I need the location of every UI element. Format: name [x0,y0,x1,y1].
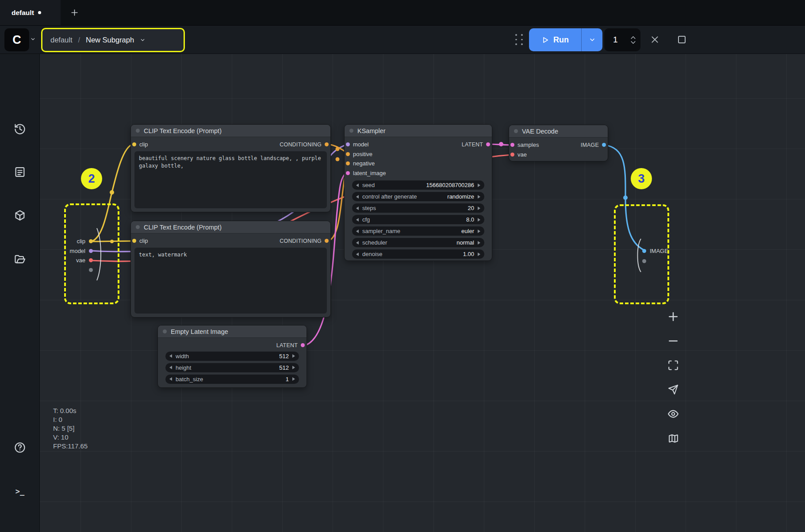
increment-icon[interactable] [478,184,480,187]
slot-dot-conditioning[interactable] [325,142,329,146]
increment-icon[interactable] [292,366,295,369]
sidebar-item-terminal[interactable]: >_ [10,482,30,501]
node-header[interactable]: CLIP Text Encode (Prompt) [131,221,330,233]
select-mode-button[interactable] [663,380,683,399]
input-slot-negative[interactable]: negative [346,159,386,168]
widget-scheduler[interactable]: scheduler normal [352,238,484,247]
output-slot-latent[interactable]: LATENT [462,140,490,149]
increment-icon[interactable] [478,241,480,245]
node-ksampler[interactable]: KSampler model positive negative lat [344,124,492,261]
sidebar-item-open[interactable] [10,249,30,269]
decrement-icon[interactable] [356,218,359,222]
widget-denoise[interactable]: denoise 1.00 [352,249,484,259]
slot-dot-clip[interactable] [132,142,136,146]
input-slot-vae[interactable]: vae [510,150,539,160]
slot-dot-model[interactable] [346,142,350,146]
breadcrumb-root[interactable]: default [50,36,73,44]
slot-dot-conditioning[interactable] [346,152,350,156]
prompt-textarea[interactable]: beautiful scenery nature glass bottle la… [134,151,327,208]
sidebar-item-history[interactable] [10,119,30,139]
increment-icon[interactable] [478,218,480,222]
node-empty-latent-image[interactable]: Empty Latent Image LATENT width 512 heig… [157,325,307,388]
chevron-up-icon[interactable] [630,36,636,39]
decrement-icon[interactable] [356,230,359,233]
node-header[interactable]: VAE Decode [509,125,608,138]
breadcrumb-current-subgraph[interactable]: New Subgraph [86,36,134,44]
decrement-icon[interactable] [356,253,359,256]
decrement-icon[interactable] [356,241,359,245]
workflow-tab-default[interactable]: default [0,0,61,25]
slot-dot-vae[interactable] [510,153,514,157]
slot-dot-latent[interactable] [346,171,350,175]
collapse-dot[interactable] [136,225,140,229]
input-slot-model[interactable]: model [346,140,386,149]
prompt-textarea[interactable]: text, watermark [134,248,327,314]
input-slot-latent-image[interactable]: latent_image [346,168,386,178]
input-slot-samples[interactable]: samples [510,140,539,150]
decrement-icon[interactable] [356,207,359,210]
slot-dot-clip[interactable] [132,239,136,243]
widget-batch-size[interactable]: batch_size 1 [165,375,299,384]
increment-icon[interactable] [478,195,480,199]
zoom-out-button[interactable] [663,331,683,351]
node-header[interactable]: Empty Latent Image [158,325,307,338]
chevron-down-icon[interactable] [140,37,146,43]
logo-menu-chevron[interactable] [30,36,36,42]
zoom-in-button[interactable] [663,307,683,326]
widget-control-after-generate[interactable]: control after generate randomize [352,192,484,201]
output-slot-latent[interactable]: LATENT [276,341,305,350]
decrement-icon[interactable] [169,354,172,358]
decrement-icon[interactable] [169,377,172,381]
widget-seed[interactable]: seed 156680208700286 [352,180,484,190]
collapse-dot[interactable] [163,329,167,333]
decrement-icon[interactable] [169,366,172,369]
chevron-down-icon[interactable] [630,41,636,44]
slot-dot-latent[interactable] [510,143,514,147]
collapse-dot[interactable] [514,129,518,133]
node-clip-text-encode-positive[interactable]: CLIP Text Encode (Prompt) clip CONDITION… [130,124,331,212]
panel-toggle-icon[interactable] [678,36,686,43]
input-slot-clip[interactable]: clip [132,236,148,246]
increment-icon[interactable] [292,377,295,381]
slot-dot-latent[interactable] [301,343,305,347]
output-slot-conditioning[interactable]: CONDITIONING [280,236,329,246]
widget-steps[interactable]: steps 20 [352,203,484,213]
node-clip-text-encode-negative[interactable]: CLIP Text Encode (Prompt) clip CONDITION… [130,221,331,318]
increment-icon[interactable] [478,230,480,233]
run-options-dropdown[interactable] [582,28,602,51]
slot-dot-image[interactable] [602,143,606,147]
sidebar-item-workflows[interactable] [10,162,30,182]
batch-count-stepper[interactable]: 1 [604,28,640,51]
toolbar-drag-handle[interactable] [514,34,524,46]
input-slot-clip[interactable]: clip [132,140,148,149]
close-subgraph-button[interactable] [650,35,659,44]
output-slot-conditioning[interactable]: CONDITIONING [280,140,329,149]
decrement-icon[interactable] [356,184,359,187]
increment-icon[interactable] [478,253,480,256]
slot-dot-latent[interactable] [486,142,490,146]
widget-height[interactable]: height 512 [165,363,299,372]
increment-icon[interactable] [292,354,295,358]
run-button[interactable]: Run [529,28,581,51]
increment-icon[interactable] [478,207,480,210]
new-workflow-button[interactable] [64,0,84,25]
widget-cfg[interactable]: cfg 8.0 [352,215,484,224]
fit-view-button[interactable] [663,356,683,375]
slot-dot-conditioning[interactable] [346,161,350,165]
slot-dot-conditioning[interactable] [325,239,329,243]
minimap-button[interactable] [663,429,683,448]
widget-width[interactable]: width 512 [165,352,299,361]
collapse-dot[interactable] [349,129,353,133]
node-vae-decode[interactable]: VAE Decode samples vae IMAGE [509,125,608,161]
node-header[interactable]: CLIP Text Encode (Prompt) [131,125,330,137]
sidebar-item-models[interactable] [10,206,30,225]
node-header[interactable]: KSampler [345,125,492,137]
collapse-dot[interactable] [136,129,140,133]
toggle-visibility-button[interactable] [663,404,683,424]
input-slot-positive[interactable]: positive [346,149,386,159]
sidebar-item-help[interactable] [10,438,30,457]
widget-sampler-name[interactable]: sampler_name euler [352,226,484,236]
comfyui-logo-button[interactable]: C [4,28,29,51]
output-slot-image[interactable]: IMAGE [581,140,606,150]
decrement-icon[interactable] [356,195,359,199]
